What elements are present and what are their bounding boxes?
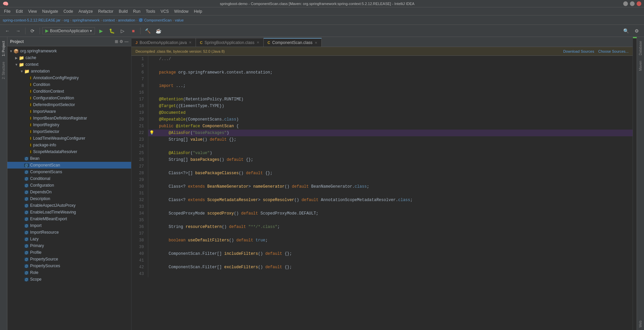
tree-item-PropertySource[interactable]: @ PropertySource [7, 256, 131, 263]
code-line-39: 39 [131, 244, 633, 250]
tree-item-ComponentScan[interactable]: @ ComponentScan [7, 162, 131, 169]
tree-label: Conditional [30, 176, 50, 181]
tree-item-ImportRegistry[interactable]: I ImportRegistry [7, 122, 131, 128]
tree-item-AnnotationConfigRegistry[interactable]: I AnnotationConfigRegistry [7, 75, 131, 81]
tree-item-EnableAspectJAutoProxy[interactable]: @ EnableAspectJAutoProxy [7, 202, 131, 209]
project-gear-btn[interactable]: ⚙ [119, 39, 123, 44]
run-btn[interactable]: ▶ [96, 26, 106, 36]
tree-item-context[interactable]: ▼ 📁 context [7, 61, 131, 68]
tree-item-Import[interactable]: @ Import [7, 222, 131, 229]
tab-close-btn[interactable]: ✕ [257, 41, 259, 44]
menu-navigate[interactable]: Navigate [40, 8, 61, 14]
tree-item-Condition[interactable]: I Condition [7, 81, 131, 88]
maven-panel-toggle[interactable]: Maven [638, 58, 643, 74]
tree-item-Profile[interactable]: @ Profile [7, 249, 131, 256]
tree-item-package-info[interactable]: I package-info [7, 142, 131, 148]
project-panel-toggle[interactable]: 1: Project [1, 38, 6, 59]
build-btn[interactable]: 🔨 [143, 26, 152, 36]
menu-code[interactable]: Code [61, 8, 76, 14]
code-line-35: 35 [131, 217, 633, 224]
tree-item-LoadTimeWeavingConfigurer[interactable]: I LoadTimeWeavingConfigurer [7, 135, 131, 142]
nav-org[interactable]: org [64, 18, 69, 22]
tree-item-EnableMBeanExport[interactable]: @ EnableMBeanExport [7, 216, 131, 222]
tree-item-Lazy[interactable]: @ Lazy [7, 236, 131, 242]
tree-item-annotation[interactable]: ▼ 📁 annotation [7, 68, 131, 75]
tree-item-Conditional[interactable]: @ Conditional [7, 175, 131, 182]
nav-value[interactable]: value [175, 18, 183, 22]
tree-item-ImportResource[interactable]: @ ImportResource [7, 229, 131, 236]
tab-spring-boot-app[interactable]: C SpringBootApplication.class ✕ [196, 38, 264, 47]
menu-refactor[interactable]: Refactor [96, 8, 116, 14]
minimize-btn[interactable] [623, 1, 628, 6]
menu-run[interactable]: Run [130, 8, 143, 14]
tree-item-DependsOn[interactable]: @ DependsOn [7, 189, 131, 195]
menu-window[interactable]: Window [171, 8, 191, 14]
project-minimize-btn[interactable]: — [124, 39, 128, 44]
tree-label: AnnotationConfigRegistry [33, 76, 79, 80]
sdk-btn[interactable]: ☕ [154, 26, 163, 36]
run-config-selector[interactable]: ▶ BootDemoApplication ▾ [42, 27, 95, 34]
tree-item-DeferredImportSelector[interactable]: I DeferredImportSelector [7, 101, 131, 108]
structure-panel-toggle[interactable]: 2: Structure [1, 59, 6, 82]
tree-item-Scope[interactable]: @ Scope [7, 276, 131, 283]
search-everywhere-btn[interactable]: 🔍 [621, 26, 631, 36]
choose-sources-link[interactable]: Choose Sources... [598, 49, 629, 53]
maximize-btn[interactable] [630, 1, 635, 6]
tree-item-Description[interactable]: @ Description [7, 195, 131, 202]
menu-file[interactable]: File [1, 8, 13, 14]
tab-close-btn[interactable]: ✕ [189, 41, 192, 44]
tree-item-ImportAware[interactable]: I ImportAware [7, 108, 131, 115]
tree-item-PropertySources[interactable]: @ PropertySources [7, 263, 131, 269]
stop-btn[interactable]: ■ [128, 26, 138, 36]
web-panel-toggle[interactable]: Web [638, 318, 643, 330]
tree-item-Primary[interactable]: @ Primary [7, 242, 131, 249]
annotation-icon: @ [24, 210, 29, 214]
menu-analyze[interactable]: Analyze [76, 8, 96, 14]
tree-item-cache[interactable]: ▶ 📁 cache [7, 54, 131, 61]
close-btn[interactable] [637, 1, 641, 6]
nav-annotation[interactable]: annotation [118, 18, 135, 22]
tree-label: ScopeMetadataResolver [33, 149, 77, 154]
menu-tools[interactable]: Tools [143, 8, 158, 14]
tab-label: ComponentScan.class [272, 40, 313, 45]
code-editor[interactable]: 1 /.../ 5 6 package org.springframework.… [131, 56, 633, 330]
tree-item-Bean[interactable]: @ Bean [7, 155, 131, 162]
coverage-btn[interactable]: ▷ [118, 26, 127, 36]
tree-item-org-springframework[interactable]: ▼ 📦 org.springframework [7, 48, 131, 54]
tree-item-ScopeMetadataResolver[interactable]: I ScopeMetadataResolver [7, 148, 131, 155]
project-options-btn[interactable]: ⊞ [115, 39, 118, 44]
nav-jar[interactable]: spring-context-5.2.12.RELEASE.jar [3, 18, 60, 22]
tree-item-ImportSelector[interactable]: I ImportSelector [7, 128, 131, 135]
settings-btn[interactable]: ⚙ [632, 26, 641, 36]
tab-component-scan[interactable]: C ComponentScan.class ✕ [264, 38, 322, 47]
java-tab-icon: J [136, 41, 138, 45]
tab-boot-demo-app[interactable]: J BootDemoApplication.java ✕ [131, 38, 196, 47]
sync-btn[interactable]: ⟳ [28, 26, 37, 36]
download-sources-link[interactable]: Download Sources [563, 49, 594, 53]
nav-componentscan[interactable]: @ ComponentScan [139, 18, 172, 22]
nav-context[interactable]: context [103, 18, 115, 22]
tree-item-ConditionContext[interactable]: I ConditionContext [7, 88, 131, 95]
nav-springframework[interactable]: springframework [72, 18, 100, 22]
menu-edit[interactable]: Edit [13, 8, 25, 14]
tree-item-ConfigurationCondition[interactable]: I ConfigurationCondition [7, 95, 131, 101]
tree-item-EnableLoadTimeWeaving[interactable]: @ EnableLoadTimeWeaving [7, 209, 131, 216]
left-panel-strip: 1: Project 2: Structure [0, 37, 7, 330]
forward-btn[interactable]: → [13, 26, 23, 36]
code-line-19: 19 @Documented [131, 109, 633, 116]
menu-help[interactable]: Help [191, 8, 205, 14]
class-tab-icon: C [268, 41, 270, 45]
menu-build[interactable]: Build [116, 8, 130, 14]
tab-close-btn[interactable]: ✕ [315, 41, 317, 45]
tree-item-ComponentScans[interactable]: @ ComponentScans [7, 169, 131, 175]
menu-view[interactable]: View [25, 8, 40, 14]
database-panel-toggle[interactable]: Database [638, 38, 643, 58]
tree-item-Configuration[interactable]: @ Configuration [7, 182, 131, 189]
menu-vcs[interactable]: VCS [158, 8, 172, 14]
pkg-icon: 📦 [13, 49, 19, 54]
tree-item-ImportBeanDefinitionRegistrar[interactable]: I ImportBeanDefinitionRegistrar [7, 115, 131, 122]
pkg-icon: 📁 [19, 62, 24, 67]
debug-btn[interactable]: 🐛 [107, 26, 116, 36]
back-btn[interactable]: ← [3, 26, 12, 36]
tree-item-Role[interactable]: @ Role [7, 269, 131, 276]
